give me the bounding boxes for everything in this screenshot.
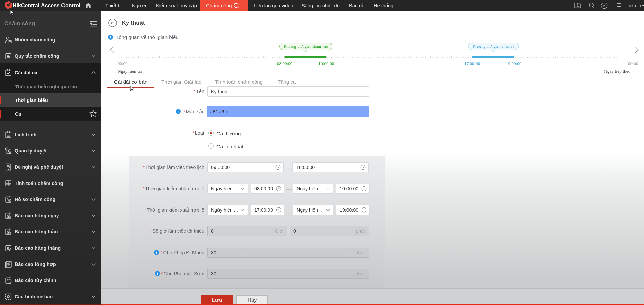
svg-text:D: D (9, 216, 11, 218)
svg-text:W: W (9, 232, 11, 234)
svg-text:M: M (9, 248, 10, 250)
